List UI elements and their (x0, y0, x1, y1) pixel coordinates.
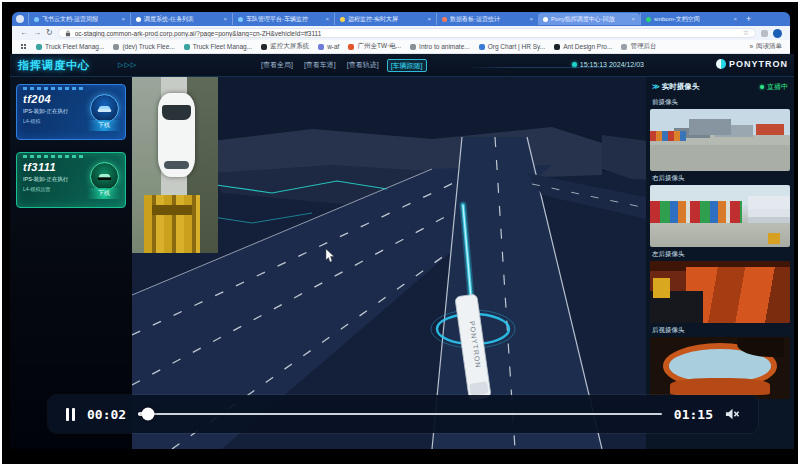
tab-favicon-icon (136, 17, 141, 22)
tab-favicon-icon (34, 17, 39, 22)
browser-tab[interactable]: smbom-文档空间 × (640, 13, 742, 25)
card-tick-decoration (23, 155, 83, 158)
live-badge: 直播中 (760, 82, 788, 92)
tab-close-icon[interactable]: × (121, 16, 125, 22)
browser-tab[interactable]: 调度系统-任务列表 × (130, 13, 232, 25)
tab-close-icon[interactable]: × (223, 16, 227, 22)
tab-title: smbom-文档空间 (654, 15, 730, 24)
browser-tabstrip: 飞书云文档-运营周报 × 调度系统-任务列表 × 车队管理平台-车辆监控 × 远… (12, 12, 790, 26)
vehicle-icon (96, 171, 113, 182)
view-tab-global[interactable]: [查看全局] (258, 59, 296, 72)
camera-feed-rear[interactable] (650, 337, 790, 399)
vehicle-icon (96, 103, 113, 114)
bookmark-item[interactable]: Ant Design Pro... (554, 43, 612, 50)
bookmark-label: 管理后台 (630, 42, 656, 51)
timestamp-text: 15:15:13 2024/12/03 (580, 61, 644, 68)
reading-list-button[interactable]: » 阅读清单 (749, 42, 782, 51)
live-dot-icon (760, 85, 764, 89)
tab-close-icon[interactable]: × (427, 16, 431, 22)
forward-icon[interactable]: → (33, 29, 41, 37)
seek-bar[interactable] (138, 413, 662, 415)
extensions-icon[interactable] (761, 30, 768, 37)
browser-menu-icon[interactable] (16, 15, 24, 23)
tab-close-icon[interactable]: × (631, 16, 635, 22)
vehicle-card-tf3111[interactable]: tf3111 IPS-装卸-正在执行 L4-模拟运营 下线 (16, 152, 126, 208)
double-chevron-icon: ≫ (652, 82, 660, 91)
camera-feed-left-rear[interactable] (650, 261, 790, 323)
ponytron-logo-icon (716, 59, 726, 69)
chevron-right-icon: » (749, 43, 753, 50)
screen-frame: 飞书云文档-运营周报 × 调度系统-任务列表 × 车队管理平台-车辆监控 × 远… (2, 2, 798, 464)
thumb-containers (650, 131, 686, 140)
vehicle-action-button[interactable]: 下线 (87, 120, 121, 131)
bookmark-item[interactable]: Intro to animate... (410, 43, 470, 50)
brand-name: PONYTRON (729, 59, 788, 69)
live-label: 直播中 (767, 82, 788, 92)
bookmark-favicon-icon (113, 44, 119, 50)
clock: 15:15:13 2024/12/03 (572, 61, 644, 68)
tab-favicon-icon (543, 17, 548, 22)
camera-label-rear: 后视摄像头 (646, 323, 794, 337)
vehicle-card-tf204[interactable]: tf204 IPS-装卸-正在执行 L4-模拟 下线 (16, 84, 126, 140)
tab-close-icon[interactable]: × (733, 16, 737, 22)
bookmark-favicon-icon (479, 44, 485, 50)
vehicle-badge: 下线 (87, 162, 121, 199)
inset-yellow-crane (144, 195, 200, 253)
bookmark-label: Org Chart | HR Sy... (488, 43, 546, 50)
reload-icon[interactable]: ↻ (46, 29, 53, 37)
lock-icon (65, 30, 71, 37)
browser-tab[interactable]: 远程监控-实时大屏 × (334, 13, 436, 25)
screenshot-stage: 飞书云文档-运营周报 × 调度系统-任务列表 × 车队管理平台-车辆监控 × 远… (0, 0, 800, 466)
car-rear-window (164, 161, 189, 169)
browser-tab[interactable]: 车队管理平台-车辆监控 × (232, 13, 334, 25)
bookmark-favicon-icon (410, 44, 416, 50)
bookmark-item[interactable]: 监控大屏系统 (261, 42, 309, 51)
address-bar[interactable]: oc-staging.common-ark-prod.corp.pony.ai/… (58, 28, 756, 38)
seek-thumb[interactable] (141, 408, 154, 421)
title-chevrons-icon: ▷▷▷ (118, 61, 137, 69)
reading-list-label: 阅读清单 (756, 42, 782, 51)
view-tab-follow[interactable]: [车辆跟随] (387, 59, 427, 72)
bookmark-star-icon[interactable]: ☆ (743, 29, 749, 37)
new-tab-button[interactable]: + (746, 14, 751, 24)
camera-feed-right-rear[interactable] (650, 185, 790, 247)
back-icon[interactable]: ← (20, 29, 28, 37)
bookmark-item[interactable]: Org Chart | HR Sy... (479, 43, 546, 50)
camera-feed-front[interactable] (650, 109, 790, 171)
browser-tab[interactable]: 数据看板-运营统计 × (436, 13, 538, 25)
bookmark-favicon-icon (184, 44, 190, 50)
browser-tab[interactable]: 飞书云文档-运营周报 × (28, 13, 130, 25)
apps-grid-icon[interactable] (20, 43, 27, 50)
bookmark-item[interactable]: 广州全TW·电... (348, 42, 401, 51)
bookmark-label: Intro to animate... (419, 43, 470, 50)
inset-white-car (158, 93, 195, 177)
bookmark-item[interactable]: 管理后台 (621, 42, 656, 51)
tab-close-icon[interactable]: × (529, 16, 533, 22)
browser-toolbar: ← → ↻ oc-staging.common-ark-prod.corp.po… (12, 26, 790, 40)
bookmark-label: w-af (327, 43, 339, 50)
bookmark-item[interactable]: (dev) Truck Flee... (113, 43, 174, 50)
total-time: 01:15 (674, 407, 713, 422)
view-tab-trajectory[interactable]: [查看轨迹] (344, 59, 382, 72)
bookmark-item[interactable]: Truck Fleet Manag... (36, 43, 104, 50)
mute-icon[interactable] (725, 407, 740, 421)
current-time: 00:02 (87, 407, 126, 422)
brand-logo: PONYTRON (716, 59, 788, 69)
inset-topdown-video[interactable] (132, 77, 218, 253)
bookmark-favicon-icon (318, 44, 324, 50)
tab-close-icon[interactable]: × (325, 16, 329, 22)
browser-tab-active[interactable]: Pony指挥调度中心-回放 × (538, 13, 640, 25)
tab-favicon-icon (238, 17, 243, 22)
profile-avatar[interactable] (773, 29, 782, 38)
pause-button[interactable] (66, 408, 75, 421)
view-tab-lane[interactable]: [查看车道] (301, 59, 339, 72)
page-title: 指挥调度中心 (18, 58, 90, 73)
bookmark-item[interactable]: Truck Fleet Manag... (184, 43, 252, 50)
bookmark-favicon-icon (348, 44, 354, 50)
bookmark-item[interactable]: w-af (318, 43, 339, 50)
thumb-buildings (689, 119, 731, 135)
bookmark-label: Truck Fleet Manag... (45, 43, 104, 50)
vehicle-action-button[interactable]: 下线 (87, 188, 121, 199)
bookmark-favicon-icon (554, 44, 560, 50)
tab-title: 调度系统-任务列表 (144, 15, 220, 24)
